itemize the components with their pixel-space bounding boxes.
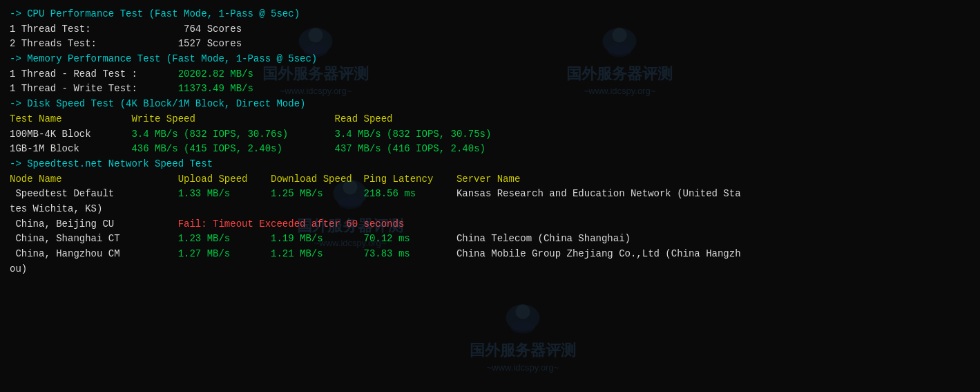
terminal-text: Server Name xyxy=(457,174,520,185)
terminal-text: 1.25 MB/s xyxy=(271,188,363,199)
terminal-line-net-shanghai: China, Shanghai CT 1.23 MB/s 1.19 MB/s 7… xyxy=(10,232,970,247)
terminal-text: -> Disk Speed Test (4K Block/1M Block, D… xyxy=(10,98,305,109)
terminal-line-net-default2: tes Wichita, KS) xyxy=(10,202,970,217)
terminal-text: 1GB-1M Block xyxy=(10,143,131,154)
terminal-text: China Mobile Group Zhejiang Co.,Ltd (Chi… xyxy=(457,248,741,259)
terminal-text: 436 MB/s (415 IOPS, 2.40s) xyxy=(131,143,334,154)
terminal-text: -> Memory Performance Test (Fast Mode, 1… xyxy=(10,53,317,64)
terminal-line-net-header: -> Speedtest.net Network Speed Test xyxy=(10,157,970,172)
terminal-text: Node Name xyxy=(10,174,178,185)
terminal-line-disk-header: -> Disk Speed Test (4K Block/1M Block, D… xyxy=(10,97,970,112)
terminal-text: tes Wichita, KS) xyxy=(10,203,102,214)
terminal-output: -> CPU Performance Test (Fast Mode, 1-Pa… xyxy=(10,7,970,277)
terminal-line-mem-read: 1 Thread - Read Test : 20202.82 MB/s xyxy=(10,67,970,82)
terminal-text: 1.21 MB/s xyxy=(271,248,363,259)
svg-point-10 xyxy=(516,304,530,319)
terminal-line-cpu-1t: 1 Thread Test: 764 Scores xyxy=(10,22,970,37)
terminal-text: Read Speed xyxy=(335,113,393,124)
terminal-text: Fail: Timeout Exceeded after 60 seconds xyxy=(178,218,405,230)
terminal-line-mem-header: -> Memory Performance Test (Fast Mode, 1… xyxy=(10,52,970,67)
terminal-text: 3.4 MB/s (832 IOPS, 30.75s) xyxy=(335,129,492,140)
terminal-text: Upload Speed xyxy=(178,174,271,185)
terminal-text: ou) xyxy=(10,263,27,274)
watermark-sub-4: ~www.idcspy.org~ xyxy=(487,362,559,373)
terminal-text: 1.33 MB/s xyxy=(178,188,271,199)
terminal-line-cpu-2t: 2 Threads Test: 1527 Scores xyxy=(10,37,970,52)
terminal-text: 100MB-4K Block xyxy=(10,129,131,140)
terminal-text: Test Name xyxy=(10,113,131,124)
terminal-text: 20202.82 MB/s xyxy=(178,68,253,80)
terminal-line-disk-4k: 100MB-4K Block 3.4 MB/s (832 IOPS, 30.76… xyxy=(10,127,970,142)
terminal-text: Write Speed xyxy=(131,113,334,124)
svg-point-9 xyxy=(506,304,540,331)
terminal-text: 1 Thread - Read Test : xyxy=(10,68,178,80)
svg-point-11 xyxy=(511,321,535,334)
terminal-text: China Telecom (China Shanghai) xyxy=(457,233,631,244)
terminal-text: China, Shanghai CT xyxy=(10,233,178,244)
terminal-line-net-hangzhou2: ou) xyxy=(10,262,970,277)
terminal-text: Download Speed xyxy=(271,174,363,185)
terminal-text: China, Hangzhou CM xyxy=(10,248,178,259)
watermark-4: 国外服务器评测 ~www.idcspy.org~ xyxy=(470,297,576,373)
terminal-text: 1.27 MB/s xyxy=(178,248,271,259)
terminal-text: 1 Thread Test: 764 Scores xyxy=(10,24,242,35)
terminal-line-mem-write: 1 Thread - Write Test: 11373.49 MB/s xyxy=(10,82,970,97)
terminal-text: 1.19 MB/s xyxy=(271,233,363,244)
terminal-text: 70.12 ms xyxy=(363,233,456,244)
terminal-line-net-cols: Node Name Upload Speed Download Speed Pi… xyxy=(10,172,970,187)
watermark-icon-4 xyxy=(499,297,547,339)
terminal-text: 3.4 MB/s (832 IOPS, 30.76s) xyxy=(131,129,334,140)
terminal-text: Kansas Research and Education Network (U… xyxy=(457,188,741,199)
terminal-text: -> Speedtest.net Network Speed Test xyxy=(10,158,213,169)
terminal-line-net-beijing: China, Beijing CU Fail: Timeout Exceeded… xyxy=(10,217,970,232)
terminal-text: 73.83 ms xyxy=(363,248,456,259)
watermark-text-4: 国外服务器评测 xyxy=(470,340,576,361)
terminal-text: 2 Threads Test: 1527 Scores xyxy=(10,38,242,49)
terminal-text: -> CPU Performance Test (Fast Mode, 1-Pa… xyxy=(10,8,300,19)
terminal-text: China, Beijing CU xyxy=(10,218,178,230)
terminal-line-disk-1g: 1GB-1M Block 436 MB/s (415 IOPS, 2.40s) … xyxy=(10,142,970,157)
terminal-line-disk-col: Test Name Write Speed Read Speed xyxy=(10,112,970,127)
terminal-text: 437 MB/s (416 IOPS, 2.40s) xyxy=(335,143,486,154)
terminal-text: Speedtest Default xyxy=(10,188,178,199)
terminal-text: Ping Latency xyxy=(363,174,456,185)
terminal-text: 218.56 ms xyxy=(363,188,456,199)
terminal-text: 1 Thread - Write Test: xyxy=(10,83,178,94)
terminal-text: 11373.49 MB/s xyxy=(178,83,253,94)
terminal-line-cpu-header: -> CPU Performance Test (Fast Mode, 1-Pa… xyxy=(10,7,970,22)
terminal-text: 1.23 MB/s xyxy=(178,233,271,244)
terminal-line-net-hangzhou: China, Hangzhou CM 1.27 MB/s 1.21 MB/s 7… xyxy=(10,247,970,262)
terminal-line-net-default: Speedtest Default 1.33 MB/s 1.25 MB/s 21… xyxy=(10,187,970,202)
